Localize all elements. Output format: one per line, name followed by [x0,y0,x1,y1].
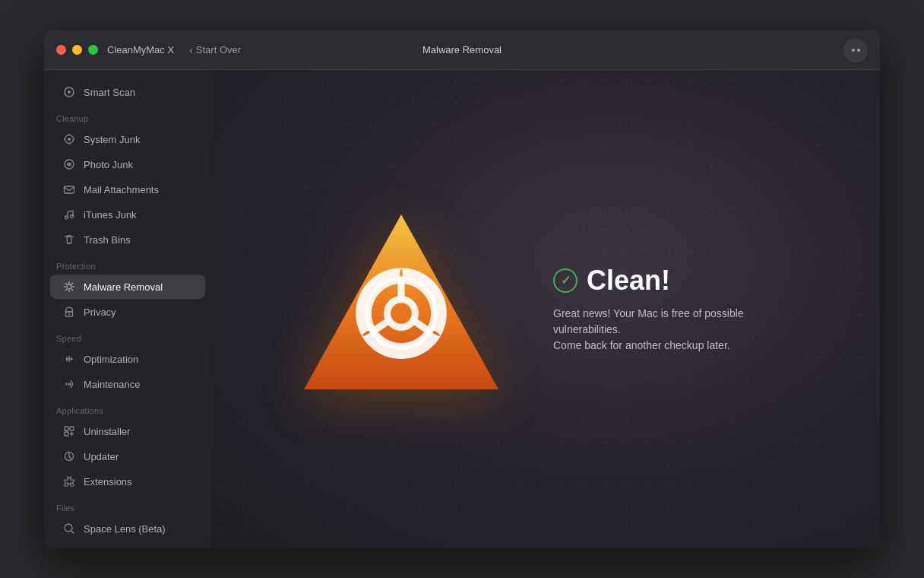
sidebar-item-privacy[interactable]: Privacy [50,300,205,324]
maintenance-label: Maintenance [84,379,140,390]
maximize-button[interactable] [88,45,98,55]
svg-point-23 [68,313,70,315]
sidebar-item-optimization[interactable]: Optimization [50,347,205,371]
sidebar-item-extensions[interactable]: Extensions [50,469,205,494]
check-circle-icon [553,268,578,293]
section-speed: Speed [44,325,211,346]
svg-point-11 [65,216,68,219]
chevron-left-icon: ‹ [189,44,193,56]
titlebar: CleanMyMac X ‹ Start Over Malware Remova… [44,30,880,70]
back-label: Start Over [196,44,241,56]
clean-description: Great news! Your Mac is free of possible… [553,306,796,354]
mail-icon [62,183,76,196]
section-files: Files [44,494,211,516]
malware-removal-label: Malware Removal [84,281,163,293]
smart-scan-label: Smart Scan [84,87,135,98]
smart-scan-icon [62,85,76,99]
svg-point-12 [71,215,74,218]
sidebar-item-photo-junk[interactable]: Photo Junk [50,152,205,176]
updater-label: Updater [84,451,119,462]
svg-rect-10 [65,186,74,193]
more-options-button[interactable] [843,38,868,62]
space-lens-label: Space Lens (Beta) [84,523,166,535]
sidebar-item-updater[interactable]: Updater [50,444,205,468]
svg-point-3 [68,138,71,141]
photo-junk-label: Photo Junk [84,159,133,170]
photo-junk-icon [62,157,76,171]
app-window: CleanMyMac X ‹ Start Over Malware Remova… [44,30,880,548]
music-icon [62,208,76,221]
sidebar: Smart Scan Cleanup System Junk [44,70,211,548]
updater-icon [62,449,76,463]
svg-point-1 [68,91,71,94]
back-button[interactable]: ‹ Start Over [189,44,241,56]
sidebar-item-malware-removal[interactable]: Malware Removal [50,275,205,299]
svg-rect-30 [65,427,68,430]
minimize-button[interactable] [72,45,82,55]
app-title: CleanMyMac X [107,44,174,56]
privacy-label: Privacy [84,306,116,318]
space-lens-icon [62,522,76,535]
trash-icon [62,233,76,246]
sidebar-item-smart-scan[interactable]: Smart Scan [50,80,205,104]
optimization-icon [62,352,76,366]
main-area: Clean! Great news! Your Mac is free of p… [211,70,880,548]
svg-rect-32 [65,432,68,436]
mail-attachments-label: Mail Attachments [84,184,159,195]
uninstaller-icon [62,424,76,438]
sidebar-item-system-junk[interactable]: System Junk [50,127,205,151]
sidebar-item-uninstaller[interactable]: Uninstaller [50,419,205,443]
dot-icon [857,49,860,52]
extensions-icon [62,475,76,488]
uninstaller-label: Uninstaller [84,426,130,437]
section-cleanup: Cleanup [44,105,211,126]
content-area: Smart Scan Cleanup System Junk [44,70,880,548]
clean-title-row: Clean! [553,265,796,297]
svg-rect-31 [70,427,74,430]
sidebar-item-space-lens[interactable]: Space Lens (Beta) [50,516,205,541]
optimization-label: Optimization [84,354,138,365]
close-button[interactable] [56,45,66,55]
svg-line-19 [71,289,73,291]
svg-line-18 [65,283,67,284]
sidebar-item-large-old-files[interactable]: Large & Old Files [50,541,205,548]
section-applications: Applications [44,397,211,418]
traffic-lights [56,45,98,55]
malware-icon [62,280,76,294]
svg-line-21 [65,289,67,291]
result-panel: Clean! Great news! Your Mac is free of p… [553,265,796,354]
sidebar-item-itunes-junk[interactable]: iTunes Junk [50,202,205,227]
dot-icon [852,49,855,52]
large-files-icon [62,547,76,548]
clean-desc-line1: Great news! Your Mac is free of possible… [553,307,744,335]
system-junk-label: System Junk [84,134,140,145]
extensions-label: Extensions [84,476,132,487]
svg-point-9 [68,164,71,166]
window-title: Malware Removal [422,44,502,56]
system-junk-icon [62,132,76,146]
maintenance-icon [62,377,76,391]
section-protection: Protection [44,252,211,274]
itunes-junk-label: iTunes Junk [84,209,137,221]
svg-point-13 [67,284,71,289]
sidebar-item-trash-bins[interactable]: Trash Bins [50,227,205,252]
clean-heading: Clean! [587,265,670,297]
main-content: Clean! Great news! Your Mac is free of p… [295,201,796,417]
trash-bins-label: Trash Bins [84,234,131,246]
biohazard-icon [295,201,508,414]
biohazard-graphic [295,201,508,417]
svg-line-20 [71,283,73,284]
sidebar-item-maintenance[interactable]: Maintenance [50,372,205,396]
privacy-icon [62,305,76,319]
clean-desc-line2: Come back for another checkup later. [553,339,730,351]
sidebar-item-mail-attachments[interactable]: Mail Attachments [50,177,205,202]
svg-line-37 [71,531,74,533]
